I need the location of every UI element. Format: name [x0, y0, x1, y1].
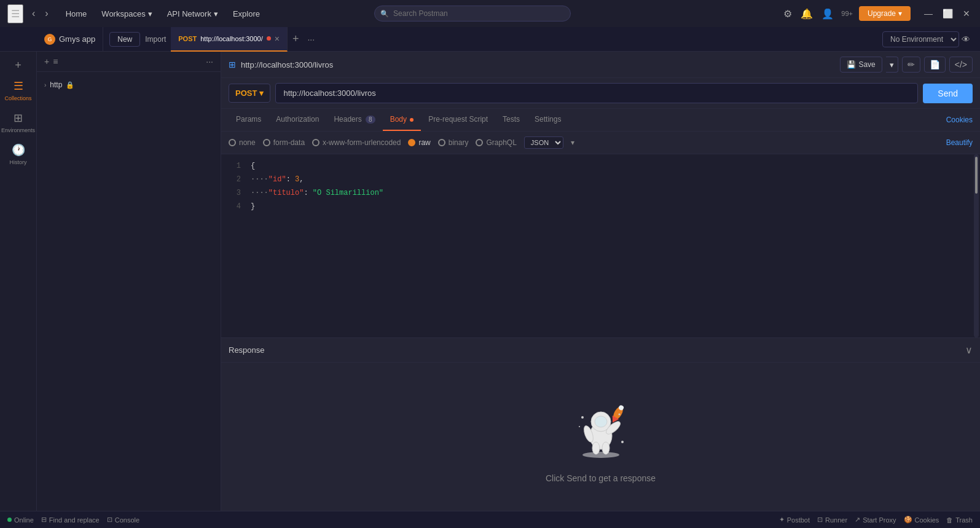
tab-body[interactable]: Body: [383, 109, 421, 131]
beautify-button[interactable]: Beautify: [946, 138, 973, 147]
minimize-button[interactable]: —: [922, 7, 935, 20]
code-button[interactable]: 📄: [924, 57, 946, 73]
panel-header: + ≡ ···: [37, 52, 221, 72]
content-area: ⊞ http://localhost:3000/livros 💾 Save ▾ …: [221, 52, 980, 511]
online-status[interactable]: Online: [7, 516, 34, 524]
sidebar-item-environments[interactable]: ⊞ Environments: [0, 106, 36, 138]
console-item[interactable]: ⊡ Console: [107, 516, 139, 524]
option-form-data[interactable]: form-data: [263, 138, 305, 147]
option-none[interactable]: none: [229, 138, 256, 147]
svg-point-2: [595, 416, 607, 427]
tab-authorization[interactable]: Authorization: [269, 109, 326, 131]
save-dropdown-button[interactable]: ▾: [886, 57, 898, 73]
upgrade-button[interactable]: Upgrade ▾: [859, 6, 911, 21]
maximize-button[interactable]: ⬜: [940, 7, 955, 20]
home-link[interactable]: Home: [60, 7, 93, 21]
nav-forward-button[interactable]: ›: [41, 7, 52, 20]
code-line-2: 2 ····"id": 3,: [221, 173, 980, 186]
option-graphql[interactable]: GraphQL: [476, 138, 516, 147]
runner-item[interactable]: ⊡ Runner: [817, 516, 847, 524]
runner-icon: ⊡: [817, 516, 823, 524]
radio-raw: [408, 139, 415, 146]
sidebar: + ☰ Collections ⊞ Environments 🕐 History: [0, 52, 37, 511]
profile-icon[interactable]: 👤: [820, 7, 835, 21]
sidebar-add-button[interactable]: +: [12, 57, 24, 74]
tab-modified-dot: [267, 36, 271, 41]
response-header: Response ∨: [221, 338, 980, 363]
import-button[interactable]: Import: [140, 33, 171, 46]
panel-more-button[interactable]: ···: [206, 57, 213, 66]
tab-close-button[interactable]: ×: [275, 34, 280, 44]
main-area: + ☰ Collections ⊞ Environments 🕐 History…: [0, 52, 980, 511]
console-icon: ⊡: [107, 516, 112, 524]
menu-icon[interactable]: ☰: [7, 4, 23, 23]
astronaut-illustration: [564, 390, 638, 463]
trash-item[interactable]: 🗑 Trash: [946, 516, 973, 524]
tab-url: http://localhost:3000/: [200, 35, 263, 42]
chevron-down-icon: ▾: [148, 9, 152, 18]
scrollbar[interactable]: [974, 154, 979, 337]
body-options: none form-data x-www-form-urlencoded raw…: [221, 132, 980, 154]
settings-icon[interactable]: ⚙: [782, 7, 793, 21]
edit-button[interactable]: ✏: [902, 57, 920, 73]
env-selector: No Environment 👁: [882, 31, 980, 47]
request-tab[interactable]: POST http://localhost:3000/ ×: [171, 27, 288, 52]
cookies-button[interactable]: Cookies: [946, 116, 973, 124]
tab-tests[interactable]: Tests: [495, 109, 527, 131]
explore-link[interactable]: Explore: [227, 7, 266, 21]
titlebar: ☰ ‹ › Home Workspaces ▾ API Network ▾ Ex…: [0, 0, 980, 27]
option-raw[interactable]: raw: [408, 138, 430, 147]
find-replace-icon: ⊟: [41, 516, 47, 524]
environments-label: Environments: [1, 127, 35, 133]
nav-links: Home Workspaces ▾ API Network ▾ Explore: [60, 7, 266, 21]
tab-settings[interactable]: Settings: [527, 109, 568, 131]
tab-params[interactable]: Params: [229, 109, 269, 131]
find-replace-item[interactable]: ⊟ Find and replace: [41, 516, 100, 524]
method-chevron-icon: ▾: [259, 89, 264, 98]
tree-item-label: http: [50, 81, 62, 89]
env-settings-icon[interactable]: 👁: [959, 33, 973, 45]
tab-pre-request[interactable]: Pre-request Script: [421, 109, 495, 131]
response-collapse-button[interactable]: ∨: [965, 344, 973, 356]
panel-add-button[interactable]: +: [44, 57, 49, 66]
chevron-down-icon: ▾: [571, 138, 574, 147]
new-button[interactable]: New: [109, 32, 140, 47]
console-label: Console: [115, 516, 139, 524]
api-network-link[interactable]: API Network ▾: [161, 7, 224, 21]
option-binary[interactable]: binary: [438, 138, 469, 147]
start-proxy-item[interactable]: ↗ Start Proxy: [855, 516, 896, 524]
scroll-thumb: [975, 157, 978, 194]
option-urlencoded[interactable]: x-www-form-urlencoded: [312, 138, 401, 147]
code-editor[interactable]: 1 { 2 ····"id": 3, 3 ····"titulo": "O Si…: [221, 154, 980, 337]
response-section: Response ∨: [221, 337, 980, 511]
sidebar-item-history[interactable]: 🕐 History: [0, 138, 36, 170]
xml-button[interactable]: </>: [949, 57, 973, 73]
url-input[interactable]: [275, 83, 918, 103]
panel-filter-button[interactable]: ≡: [53, 57, 58, 66]
tab-headers[interactable]: Headers 8: [326, 109, 382, 131]
format-selector[interactable]: JSON: [524, 136, 563, 149]
svg-point-10: [581, 416, 584, 419]
save-button[interactable]: 💾 Save: [840, 57, 882, 73]
tab-method: POST: [178, 35, 197, 42]
nav-back-button[interactable]: ‹: [28, 7, 39, 20]
method-url-row: POST ▾ Send: [221, 78, 980, 109]
notification-icon[interactable]: 🔔: [799, 7, 814, 21]
env-dropdown[interactable]: No Environment: [882, 31, 959, 47]
postbot-label: Postbot: [787, 516, 810, 524]
sidebar-item-collections[interactable]: ☰ Collections: [0, 74, 36, 106]
runner-label: Runner: [825, 516, 847, 524]
more-tabs-button[interactable]: ···: [304, 27, 318, 52]
send-button[interactable]: Send: [923, 84, 973, 103]
chevron-down-icon: ▾: [214, 9, 218, 18]
svg-point-14: [582, 452, 619, 458]
close-button[interactable]: ✕: [960, 7, 973, 20]
workspaces-link[interactable]: Workspaces ▾: [95, 7, 158, 21]
tree-item-http[interactable]: › http 🔒: [37, 77, 221, 93]
add-tab-button[interactable]: +: [288, 27, 304, 52]
method-selector[interactable]: POST ▾: [229, 84, 270, 103]
search-input[interactable]: [374, 6, 571, 22]
cookies-status-item[interactable]: 🍪 Cookies: [904, 516, 939, 524]
postbot-item[interactable]: ✦ Postbot: [779, 516, 810, 524]
svg-point-12: [579, 426, 580, 427]
